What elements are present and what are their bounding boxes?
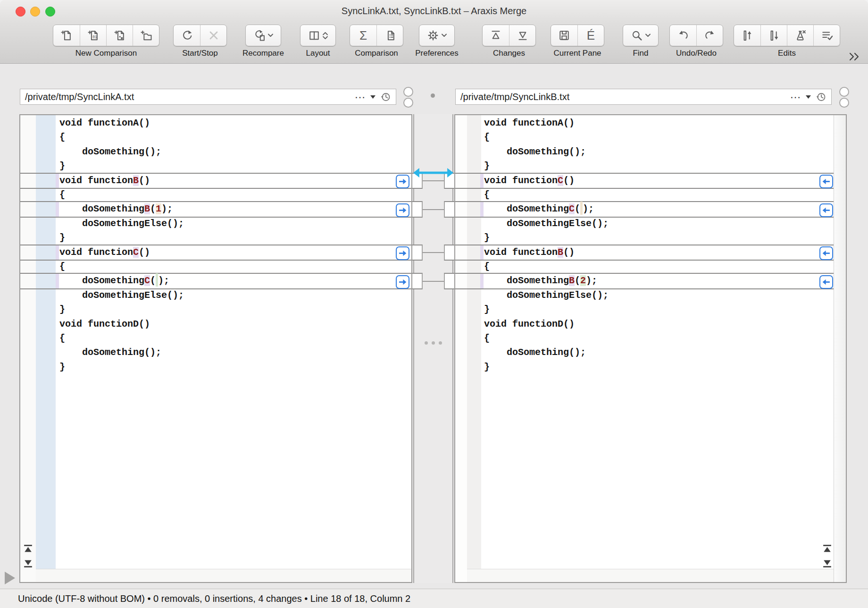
last-change-icon[interactable] (821, 557, 833, 569)
code-line[interactable]: void functionB() (455, 245, 846, 261)
code-line[interactable]: doSomethingC(); (455, 201, 846, 217)
toolbar-group-label: Edits (778, 49, 796, 58)
edit-shift-down-button[interactable] (760, 25, 787, 46)
right-horizontal-scrollbar[interactable] (467, 569, 834, 582)
code-line[interactable]: { (455, 331, 846, 346)
code-line[interactable]: { (20, 130, 411, 144)
report-button[interactable] (376, 25, 403, 46)
code-line[interactable]: { (20, 260, 411, 274)
code-line[interactable]: doSomething(); (455, 145, 846, 159)
encoding-button[interactable]: É (577, 25, 604, 46)
edit-shift-up-button[interactable] (734, 25, 760, 46)
code-text: { (59, 331, 65, 346)
code-line[interactable]: void functionC() (20, 245, 411, 261)
stop-button[interactable] (200, 25, 226, 46)
pane-link-dot-icon[interactable] (431, 93, 435, 98)
code-line[interactable]: doSomethingElse(); (455, 217, 846, 231)
code-line[interactable]: void functionA() (455, 116, 846, 130)
dropdown-arrow-icon[interactable] (370, 95, 376, 99)
code-line[interactable]: } (455, 360, 846, 374)
code-line[interactable]: } (20, 360, 411, 374)
new-folder-comparison-button[interactable] (133, 25, 159, 46)
left-horizontal-scrollbar[interactable] (36, 569, 411, 582)
right-pane-select-radio-bottom[interactable] (839, 98, 849, 108)
undo-button[interactable] (670, 25, 696, 46)
code-line[interactable]: doSomethingC(); (20, 273, 411, 289)
ellipsis-icon[interactable]: … (790, 92, 801, 101)
merge-right-button[interactable] (396, 203, 409, 217)
change-link-line (423, 209, 444, 210)
code-line[interactable]: } (455, 231, 846, 245)
code-line[interactable]: void functionC() (455, 173, 846, 189)
code-line[interactable]: void functionA() (20, 116, 411, 130)
dropdown-arrow-icon[interactable] (806, 95, 811, 99)
first-change-icon[interactable] (22, 543, 33, 554)
next-change-button[interactable] (509, 25, 535, 46)
layout-button[interactable] (300, 25, 335, 46)
save-button[interactable] (551, 25, 577, 46)
code-line[interactable]: doSomething(); (20, 145, 411, 159)
discard-edits-button[interactable] (787, 25, 813, 46)
right-file-pane[interactable]: void functionA(){ doSomething();}void fu… (454, 114, 847, 583)
code-text: doSomething(); (59, 145, 161, 159)
code-line[interactable]: } (20, 231, 411, 245)
code-line[interactable]: void functionB() (20, 173, 411, 189)
gutter-drag-dots-icon[interactable] (412, 341, 454, 345)
left-pane-select-radio-top[interactable] (403, 87, 413, 97)
merge-right-button[interactable] (396, 246, 409, 260)
code-text: doSomething(); (59, 346, 161, 360)
last-change-icon[interactable] (22, 557, 33, 569)
history-icon[interactable] (815, 91, 827, 103)
right-vertical-scrollbar[interactable] (834, 115, 846, 582)
new-text-comparison-button[interactable] (53, 25, 80, 46)
right-file-path-bar[interactable]: /private/tmp/SyncLinkB.txt … (455, 89, 832, 105)
code-line[interactable]: doSomething(); (455, 346, 846, 360)
right-pane-select-radio-top[interactable] (839, 87, 849, 97)
code-line[interactable]: } (455, 303, 846, 317)
code-line[interactable]: doSomethingElse(); (20, 288, 411, 303)
previous-change-button[interactable] (483, 25, 509, 46)
first-change-icon[interactable] (821, 543, 833, 554)
merge-left-button[interactable] (819, 275, 833, 289)
gear-button[interactable] (419, 25, 454, 46)
code-line[interactable]: doSomethingB(2); (455, 273, 846, 289)
merge-right-button[interactable] (396, 175, 409, 188)
code-line[interactable]: } (455, 159, 846, 173)
merge-right-button[interactable] (396, 275, 409, 289)
recompare-button[interactable] (246, 25, 281, 46)
history-icon[interactable] (380, 91, 392, 103)
code-line[interactable]: { (20, 188, 411, 202)
changed-line-marker (480, 202, 484, 216)
start-button[interactable] (174, 25, 200, 46)
new-image-comparison-button[interactable] (106, 25, 133, 46)
code-line[interactable]: doSomething(); (20, 346, 411, 360)
toolbar-overflow-button[interactable] (848, 51, 860, 65)
left-file-path-bar[interactable]: /private/tmp/SyncLinkA.txt … (20, 89, 396, 105)
sigma-button[interactable]: Σ (350, 25, 376, 46)
redo-button[interactable] (696, 25, 723, 46)
merge-left-button[interactable] (819, 175, 833, 188)
left-file-pane[interactable]: void functionA(){ doSomething();}void fu… (19, 114, 412, 583)
code-line[interactable]: } (20, 303, 411, 317)
left-pane-select-radio-bottom[interactable] (403, 98, 413, 108)
merge-left-button[interactable] (819, 203, 833, 217)
accept-edits-button[interactable] (813, 25, 840, 46)
code-line[interactable]: { (455, 188, 846, 202)
code-line[interactable]: doSomethingElse(); (20, 217, 411, 231)
new-binary-comparison-button[interactable]: 01 (80, 25, 106, 46)
expand-triangle-icon[interactable] (5, 572, 15, 586)
code-line[interactable]: { (455, 260, 846, 274)
code-line[interactable]: doSomethingB(1); (20, 201, 411, 217)
code-line[interactable]: doSomethingElse(); (455, 288, 846, 303)
find-button[interactable] (623, 25, 658, 46)
merge-left-button[interactable] (819, 246, 833, 260)
code-line[interactable]: void functionD() (20, 317, 411, 331)
next-change-icon (516, 29, 529, 42)
toolbar-group-label: Start/Stop (182, 49, 218, 58)
code-line[interactable]: void functionD() (455, 317, 846, 331)
code-line[interactable]: { (20, 331, 411, 346)
code-line[interactable]: { (455, 130, 846, 144)
code-line[interactable]: } (20, 159, 411, 173)
ellipsis-icon[interactable]: … (354, 92, 366, 101)
sync-link-double-arrow-icon[interactable] (413, 167, 453, 181)
